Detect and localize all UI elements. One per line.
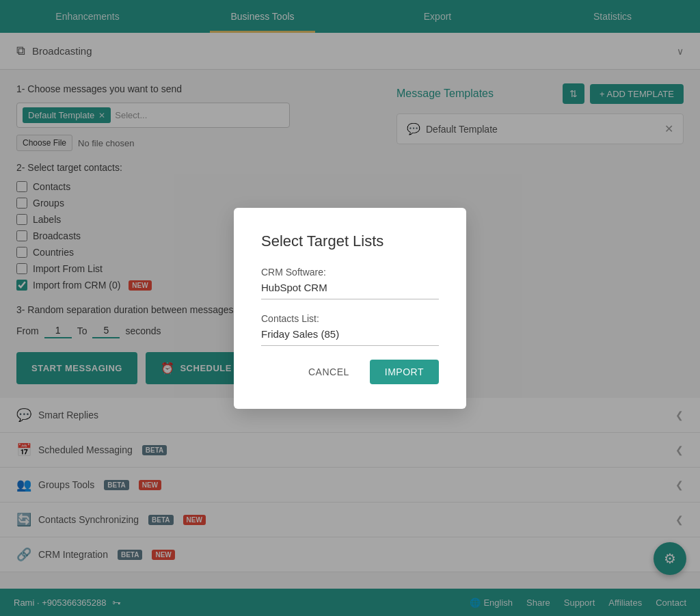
modal-actions: CANCEL IMPORT	[261, 360, 439, 384]
modal-dialog: Select Target Lists CRM Software: HubSpo…	[234, 208, 466, 409]
crm-software-label: CRM Software:	[261, 267, 439, 278]
modal-overlay: Select Target Lists CRM Software: HubSpo…	[0, 0, 700, 616]
import-button[interactable]: IMPORT	[370, 360, 439, 384]
cancel-button[interactable]: CANCEL	[296, 360, 362, 384]
crm-software-value: HubSpot CRM	[261, 282, 439, 299]
modal-title: Select Target Lists	[261, 232, 439, 250]
contacts-list-value: Friday Sales (85)	[261, 328, 439, 346]
contacts-list-label: Contacts List:	[261, 313, 439, 324]
